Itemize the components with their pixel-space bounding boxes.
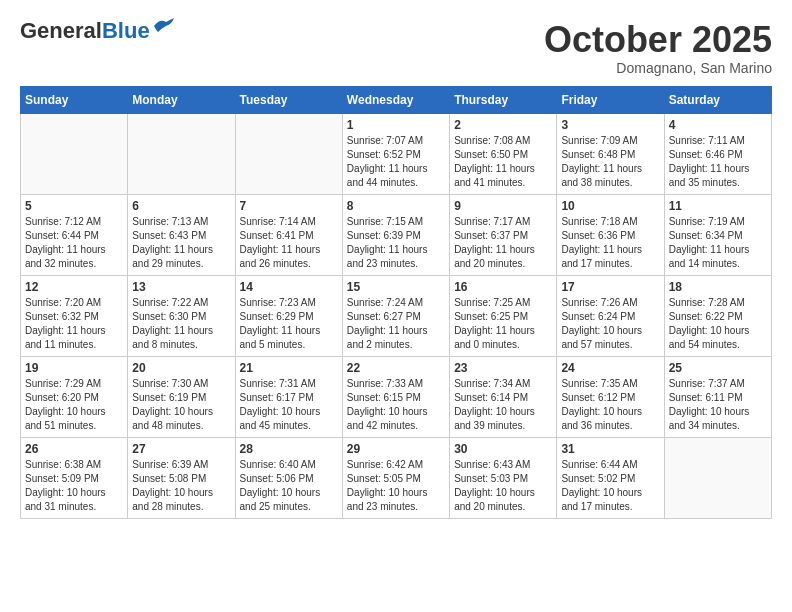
day-number: 4 (669, 118, 767, 132)
day-cell-20: 20Sunrise: 7:30 AM Sunset: 6:19 PM Dayli… (128, 356, 235, 437)
calendar: SundayMondayTuesdayWednesdayThursdayFrid… (20, 86, 772, 519)
day-info: Sunrise: 7:28 AM Sunset: 6:22 PM Dayligh… (669, 296, 767, 352)
day-cell-2: 2Sunrise: 7:08 AM Sunset: 6:50 PM Daylig… (450, 113, 557, 194)
day-info: Sunrise: 7:19 AM Sunset: 6:34 PM Dayligh… (669, 215, 767, 271)
day-number: 12 (25, 280, 123, 294)
weekday-header-tuesday: Tuesday (235, 86, 342, 113)
day-number: 10 (561, 199, 659, 213)
day-number: 1 (347, 118, 445, 132)
day-number: 6 (132, 199, 230, 213)
empty-cell (664, 437, 771, 518)
day-number: 13 (132, 280, 230, 294)
logo-bird-icon (152, 18, 174, 38)
day-info: Sunrise: 7:33 AM Sunset: 6:15 PM Dayligh… (347, 377, 445, 433)
day-number: 30 (454, 442, 552, 456)
day-number: 14 (240, 280, 338, 294)
day-info: Sunrise: 6:42 AM Sunset: 5:05 PM Dayligh… (347, 458, 445, 514)
weekday-header-saturday: Saturday (664, 86, 771, 113)
day-number: 7 (240, 199, 338, 213)
day-info: Sunrise: 7:14 AM Sunset: 6:41 PM Dayligh… (240, 215, 338, 271)
day-number: 17 (561, 280, 659, 294)
day-info: Sunrise: 7:31 AM Sunset: 6:17 PM Dayligh… (240, 377, 338, 433)
day-number: 22 (347, 361, 445, 375)
day-number: 20 (132, 361, 230, 375)
day-number: 16 (454, 280, 552, 294)
day-cell-6: 6Sunrise: 7:13 AM Sunset: 6:43 PM Daylig… (128, 194, 235, 275)
day-info: Sunrise: 7:23 AM Sunset: 6:29 PM Dayligh… (240, 296, 338, 352)
day-number: 26 (25, 442, 123, 456)
week-row-3: 12Sunrise: 7:20 AM Sunset: 6:32 PM Dayli… (21, 275, 772, 356)
day-cell-14: 14Sunrise: 7:23 AM Sunset: 6:29 PM Dayli… (235, 275, 342, 356)
day-info: Sunrise: 7:29 AM Sunset: 6:20 PM Dayligh… (25, 377, 123, 433)
empty-cell (21, 113, 128, 194)
day-cell-16: 16Sunrise: 7:25 AM Sunset: 6:25 PM Dayli… (450, 275, 557, 356)
day-number: 24 (561, 361, 659, 375)
day-number: 11 (669, 199, 767, 213)
day-cell-17: 17Sunrise: 7:26 AM Sunset: 6:24 PM Dayli… (557, 275, 664, 356)
day-info: Sunrise: 7:34 AM Sunset: 6:14 PM Dayligh… (454, 377, 552, 433)
day-cell-24: 24Sunrise: 7:35 AM Sunset: 6:12 PM Dayli… (557, 356, 664, 437)
day-info: Sunrise: 7:09 AM Sunset: 6:48 PM Dayligh… (561, 134, 659, 190)
day-info: Sunrise: 7:30 AM Sunset: 6:19 PM Dayligh… (132, 377, 230, 433)
location: Domagnano, San Marino (544, 60, 772, 76)
day-info: Sunrise: 6:39 AM Sunset: 5:08 PM Dayligh… (132, 458, 230, 514)
page-header: GeneralBlue October 2025 Domagnano, San … (20, 20, 772, 76)
day-cell-9: 9Sunrise: 7:17 AM Sunset: 6:37 PM Daylig… (450, 194, 557, 275)
weekday-header-friday: Friday (557, 86, 664, 113)
month-title: October 2025 (544, 20, 772, 60)
day-info: Sunrise: 7:13 AM Sunset: 6:43 PM Dayligh… (132, 215, 230, 271)
day-cell-18: 18Sunrise: 7:28 AM Sunset: 6:22 PM Dayli… (664, 275, 771, 356)
week-row-4: 19Sunrise: 7:29 AM Sunset: 6:20 PM Dayli… (21, 356, 772, 437)
day-cell-22: 22Sunrise: 7:33 AM Sunset: 6:15 PM Dayli… (342, 356, 449, 437)
logo-general: General (20, 18, 102, 43)
day-info: Sunrise: 7:22 AM Sunset: 6:30 PM Dayligh… (132, 296, 230, 352)
day-info: Sunrise: 7:11 AM Sunset: 6:46 PM Dayligh… (669, 134, 767, 190)
day-info: Sunrise: 7:35 AM Sunset: 6:12 PM Dayligh… (561, 377, 659, 433)
day-cell-15: 15Sunrise: 7:24 AM Sunset: 6:27 PM Dayli… (342, 275, 449, 356)
day-number: 3 (561, 118, 659, 132)
day-cell-7: 7Sunrise: 7:14 AM Sunset: 6:41 PM Daylig… (235, 194, 342, 275)
day-cell-31: 31Sunrise: 6:44 AM Sunset: 5:02 PM Dayli… (557, 437, 664, 518)
logo-blue: Blue (102, 18, 150, 43)
day-number: 2 (454, 118, 552, 132)
empty-cell (128, 113, 235, 194)
week-row-2: 5Sunrise: 7:12 AM Sunset: 6:44 PM Daylig… (21, 194, 772, 275)
day-info: Sunrise: 7:12 AM Sunset: 6:44 PM Dayligh… (25, 215, 123, 271)
weekday-header-monday: Monday (128, 86, 235, 113)
day-info: Sunrise: 7:17 AM Sunset: 6:37 PM Dayligh… (454, 215, 552, 271)
day-number: 27 (132, 442, 230, 456)
day-info: Sunrise: 6:38 AM Sunset: 5:09 PM Dayligh… (25, 458, 123, 514)
day-number: 21 (240, 361, 338, 375)
weekday-header-sunday: Sunday (21, 86, 128, 113)
day-number: 9 (454, 199, 552, 213)
day-number: 15 (347, 280, 445, 294)
day-info: Sunrise: 7:24 AM Sunset: 6:27 PM Dayligh… (347, 296, 445, 352)
day-cell-8: 8Sunrise: 7:15 AM Sunset: 6:39 PM Daylig… (342, 194, 449, 275)
logo: GeneralBlue (20, 20, 174, 42)
empty-cell (235, 113, 342, 194)
day-info: Sunrise: 7:37 AM Sunset: 6:11 PM Dayligh… (669, 377, 767, 433)
day-cell-28: 28Sunrise: 6:40 AM Sunset: 5:06 PM Dayli… (235, 437, 342, 518)
day-cell-5: 5Sunrise: 7:12 AM Sunset: 6:44 PM Daylig… (21, 194, 128, 275)
day-info: Sunrise: 6:44 AM Sunset: 5:02 PM Dayligh… (561, 458, 659, 514)
weekday-header-wednesday: Wednesday (342, 86, 449, 113)
day-cell-12: 12Sunrise: 7:20 AM Sunset: 6:32 PM Dayli… (21, 275, 128, 356)
day-cell-25: 25Sunrise: 7:37 AM Sunset: 6:11 PM Dayli… (664, 356, 771, 437)
day-cell-13: 13Sunrise: 7:22 AM Sunset: 6:30 PM Dayli… (128, 275, 235, 356)
day-cell-21: 21Sunrise: 7:31 AM Sunset: 6:17 PM Dayli… (235, 356, 342, 437)
day-info: Sunrise: 7:20 AM Sunset: 6:32 PM Dayligh… (25, 296, 123, 352)
day-cell-30: 30Sunrise: 6:43 AM Sunset: 5:03 PM Dayli… (450, 437, 557, 518)
day-cell-27: 27Sunrise: 6:39 AM Sunset: 5:08 PM Dayli… (128, 437, 235, 518)
day-info: Sunrise: 6:43 AM Sunset: 5:03 PM Dayligh… (454, 458, 552, 514)
day-number: 18 (669, 280, 767, 294)
day-info: Sunrise: 6:40 AM Sunset: 5:06 PM Dayligh… (240, 458, 338, 514)
day-cell-10: 10Sunrise: 7:18 AM Sunset: 6:36 PM Dayli… (557, 194, 664, 275)
day-number: 23 (454, 361, 552, 375)
day-cell-29: 29Sunrise: 6:42 AM Sunset: 5:05 PM Dayli… (342, 437, 449, 518)
day-info: Sunrise: 7:15 AM Sunset: 6:39 PM Dayligh… (347, 215, 445, 271)
day-number: 8 (347, 199, 445, 213)
day-cell-1: 1Sunrise: 7:07 AM Sunset: 6:52 PM Daylig… (342, 113, 449, 194)
day-number: 31 (561, 442, 659, 456)
day-number: 29 (347, 442, 445, 456)
day-number: 19 (25, 361, 123, 375)
